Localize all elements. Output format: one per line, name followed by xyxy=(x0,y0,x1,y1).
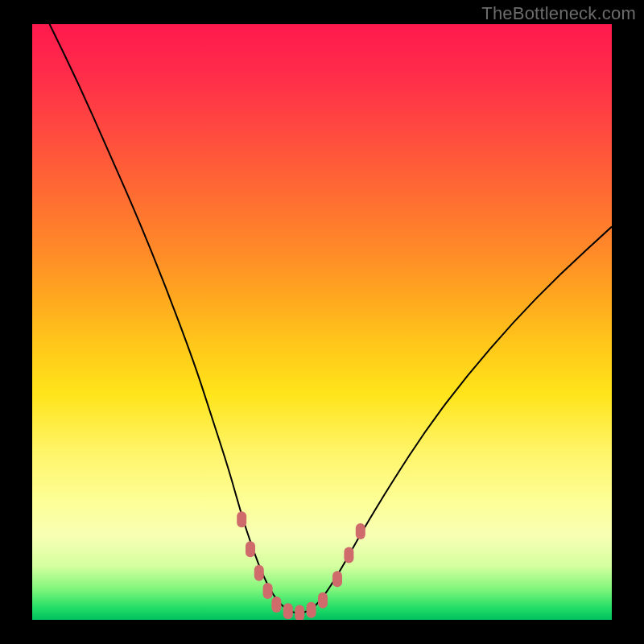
left-dash-4 xyxy=(263,583,273,599)
right-dash-2 xyxy=(344,547,353,564)
watermark-text: TheBottleneck.com xyxy=(481,3,636,24)
chart-container: TheBottleneck.com xyxy=(0,0,644,644)
curve-layer xyxy=(32,24,612,620)
bottom-3 xyxy=(295,605,304,620)
right-dash-3 xyxy=(356,523,365,539)
left-dash-3 xyxy=(254,565,264,581)
marker-group xyxy=(237,511,365,620)
bottom-5 xyxy=(318,592,328,609)
bottom-2 xyxy=(283,603,293,619)
bottleneck-curve xyxy=(50,24,612,613)
bottom-4 xyxy=(307,602,316,618)
left-dash-2 xyxy=(246,541,255,557)
right-dash-1 xyxy=(332,571,342,587)
plot-area xyxy=(32,24,612,620)
left-dash-1 xyxy=(237,511,246,527)
bottom-1 xyxy=(271,597,281,613)
